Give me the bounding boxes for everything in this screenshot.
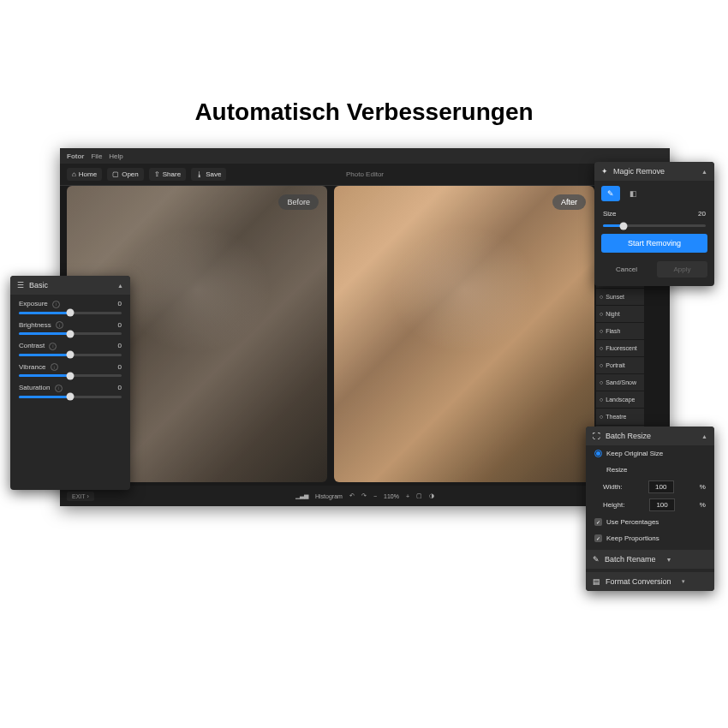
- histogram-label[interactable]: Histogram: [315, 493, 343, 499]
- keep-prop-label: Keep Proportions: [606, 534, 659, 542]
- preset-icon: ○: [600, 379, 603, 385]
- preset-label: Night: [606, 311, 619, 317]
- resize-icon: ⛶: [593, 432, 600, 440]
- share-label: Share: [163, 170, 181, 178]
- keep-original-option[interactable]: Keep Original Size: [586, 445, 714, 462]
- keep-proportions-checkbox[interactable]: ✓Keep Proportions: [586, 530, 714, 546]
- height-input[interactable]: 100: [649, 498, 675, 511]
- preset-label: Landscape: [606, 397, 635, 403]
- histogram-icon[interactable]: ▁▃▅: [295, 492, 308, 499]
- enhance-item-fluorescent[interactable]: ○Fluorescent: [596, 340, 644, 356]
- format-icon: ▤: [593, 577, 600, 586]
- zoom-in-icon[interactable]: +: [406, 493, 409, 499]
- format-conversion-header[interactable]: ▤ Format Conversion ▾: [586, 572, 714, 591]
- compare-icon[interactable]: ◑: [429, 492, 434, 499]
- enhance-item-landscape[interactable]: ○Landscape: [596, 391, 644, 408]
- sliders-icon: ☰: [17, 281, 24, 289]
- slider-row-brightness: Brightness i0: [10, 316, 130, 337]
- exit-label: EXIT: [72, 493, 85, 499]
- saturation-slider[interactable]: [19, 396, 122, 398]
- toolbar: ⌂Home ▢Open ⇪Share ⭳Save Photo Editor: [60, 164, 670, 186]
- zoom-out-icon[interactable]: −: [373, 493, 377, 499]
- open-label: Open: [122, 170, 139, 178]
- slider-value: 0: [118, 300, 122, 308]
- app-window: Fotor File Help ⌂Home ▢Open ⇪Share ⭳Save…: [60, 148, 670, 506]
- start-removing-button[interactable]: Start Removing: [601, 234, 707, 253]
- batch-rename-header[interactable]: ✎ Batch Rename ▼: [586, 550, 714, 569]
- share-button[interactable]: ⇪Share: [149, 168, 186, 181]
- window-title: Photo Editor: [346, 170, 384, 178]
- width-label: Width:: [603, 483, 623, 491]
- exposure-slider[interactable]: [19, 312, 122, 314]
- apply-button[interactable]: Apply: [657, 261, 707, 277]
- slider-label: Brightness i: [19, 321, 63, 330]
- info-icon[interactable]: i: [49, 343, 57, 350]
- size-label: Size: [603, 210, 617, 218]
- erase-tool[interactable]: ◧: [624, 186, 642, 201]
- erase-icon: ◧: [630, 189, 637, 198]
- info-icon[interactable]: i: [51, 363, 58, 371]
- open-button[interactable]: ▢Open: [107, 168, 144, 181]
- info-icon[interactable]: i: [52, 301, 60, 308]
- share-icon: ⇪: [154, 170, 160, 178]
- slider-row-saturation: Saturation i0: [10, 379, 130, 400]
- enhance-item-flash[interactable]: ○Flash: [596, 323, 644, 339]
- enhance-item-night[interactable]: ○Night: [596, 306, 644, 322]
- enhance-item-sand-snow[interactable]: ○Sand/Snow: [596, 374, 644, 391]
- after-image: After: [334, 186, 594, 482]
- eraser-icon: ✦: [601, 167, 608, 176]
- batch-resize-header[interactable]: ⛶ Batch Resize ▲: [586, 427, 714, 445]
- vibrance-slider[interactable]: [19, 374, 122, 377]
- size-slider[interactable]: [603, 224, 706, 227]
- content-area: Before After: [67, 186, 594, 482]
- checkbox-icon: ✓: [594, 534, 602, 542]
- page-title: Automatisch Verbesserungen: [0, 98, 728, 126]
- size-value: 20: [698, 210, 706, 218]
- height-unit: %: [700, 501, 706, 509]
- slider-value: 0: [118, 363, 122, 372]
- collapse-icon: ▲: [701, 169, 707, 175]
- magic-header[interactable]: ✦ Magic Remove ▲: [594, 162, 714, 181]
- enhance-item-portrait[interactable]: ○Portrait: [596, 357, 644, 373]
- exit-button[interactable]: EXIT ›: [67, 492, 94, 501]
- brightness-slider[interactable]: [19, 332, 122, 335]
- cancel-button[interactable]: Cancel: [601, 261, 652, 277]
- info-icon[interactable]: i: [55, 385, 63, 392]
- menubar: Fotor File Help: [60, 148, 670, 164]
- magic-remove-panel: ✦ Magic Remove ▲ ✎ ◧ Size 20 Start Remov…: [594, 162, 714, 286]
- save-label: Save: [206, 170, 221, 178]
- before-badge: Before: [278, 194, 319, 210]
- bottombar: EXIT › ▁▃▅ Histogram ↶ ↷ − 110% + ▢ ◑: [60, 486, 670, 506]
- preset-icon: ○: [600, 294, 603, 300]
- use-percentages-checkbox[interactable]: ✓Use Percentages: [586, 514, 714, 530]
- preset-icon: ○: [600, 311, 603, 317]
- enhance-item-sunset[interactable]: ○Sunset: [596, 289, 644, 305]
- brush-tool[interactable]: ✎: [601, 186, 620, 201]
- rename-icon: ✎: [593, 555, 600, 564]
- home-button[interactable]: ⌂Home: [67, 168, 102, 181]
- slider-value: 0: [118, 384, 122, 392]
- width-input[interactable]: 100: [648, 480, 674, 493]
- format-label: Format Conversion: [606, 577, 671, 586]
- info-icon[interactable]: i: [56, 321, 63, 329]
- redo-icon[interactable]: ↷: [361, 492, 367, 499]
- home-icon: ⌂: [72, 170, 76, 178]
- collapse-icon: ▲: [701, 433, 707, 439]
- undo-icon[interactable]: ↶: [349, 492, 355, 499]
- collapse-icon: ▲: [117, 283, 123, 289]
- basic-title: Basic: [29, 281, 48, 289]
- radio-icon: [594, 450, 602, 457]
- menu-help[interactable]: Help: [109, 152, 122, 160]
- basic-header[interactable]: ☰ Basic ▲: [10, 276, 130, 295]
- enhance-item-theatre[interactable]: ○Theatre: [596, 409, 644, 425]
- fit-icon[interactable]: ▢: [416, 492, 422, 499]
- save-button[interactable]: ⭳Save: [191, 168, 226, 181]
- preset-label: Flash: [606, 328, 620, 334]
- preset-label: Theatre: [606, 414, 626, 420]
- preset-label: Fluorescent: [606, 345, 637, 351]
- use-pct-label: Use Percentages: [606, 518, 659, 526]
- after-badge: After: [552, 194, 586, 210]
- menu-file[interactable]: File: [91, 152, 102, 160]
- contrast-slider[interactable]: [19, 354, 122, 356]
- slider-value: 0: [118, 342, 122, 350]
